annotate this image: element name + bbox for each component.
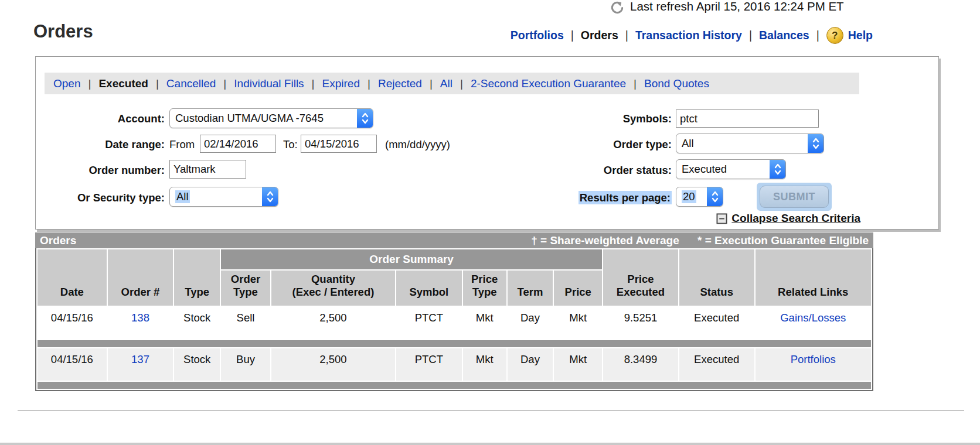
row-separator — [38, 382, 871, 389]
col-order-type: Order Type — [221, 271, 270, 306]
tab-2-second-execution-guarantee[interactable]: 2-Second Execution Guarantee — [471, 77, 626, 90]
last-refresh-text: Last refresh April 15, 2016 12:24 PM ET — [630, 0, 844, 13]
chevron-up-down-icon — [707, 187, 723, 206]
divider: | — [571, 29, 574, 42]
col-price-executed: Price Executed — [603, 249, 678, 306]
related-link[interactable]: Gains/Losses — [780, 312, 846, 324]
col-price-type: Price Type — [463, 271, 506, 306]
account-select[interactable]: Custodian UTMA/UGMA -7645 — [169, 108, 373, 128]
col-symbol: Symbol — [396, 271, 462, 306]
nav-help[interactable]: Help — [848, 29, 873, 42]
collapse-minus-icon — [716, 213, 727, 224]
divider: | — [312, 77, 315, 90]
legend-share-weighted: † = Share-weighted Average — [531, 234, 679, 247]
date-to-label: To: — [283, 138, 298, 151]
security-type-label: Or Security type: — [36, 191, 165, 204]
security-type-select[interactable]: All — [169, 187, 278, 207]
date-to-input[interactable] — [301, 135, 377, 153]
col-related-links: Related Links — [756, 249, 872, 306]
date-from-input[interactable] — [200, 135, 276, 153]
col-quantity: Quantity (Exec / Entered) — [271, 271, 395, 306]
cell-price-type: Mkt — [463, 307, 506, 339]
order-type-select[interactable]: All — [676, 134, 824, 153]
tab-all[interactable]: All — [440, 77, 452, 90]
chevron-up-down-icon — [357, 109, 373, 128]
chevron-up-down-icon — [808, 134, 824, 153]
order-status-select[interactable]: Executed — [676, 159, 786, 179]
divider: | — [430, 77, 433, 90]
cell-order-number: 138 — [108, 307, 173, 339]
col-term: Term — [508, 271, 553, 306]
cell-price: Mkt — [554, 348, 602, 381]
tab-open[interactable]: Open — [53, 77, 80, 90]
results-per-page-label: Results per page: — [505, 191, 672, 204]
footer-edge — [0, 443, 980, 445]
divider: | — [156, 77, 159, 90]
date-range-label: Date range: — [36, 138, 165, 151]
page-title: Orders — [33, 21, 93, 42]
cell-price-executed: 8.3499 — [603, 348, 678, 381]
symbols-input[interactable] — [676, 109, 819, 128]
results-header-bar: Orders † = Share-weighted Average * = Ex… — [35, 232, 873, 248]
tab-bond-quotes[interactable]: Bond Quotes — [644, 77, 709, 90]
cell-related-links: Gains/Losses — [756, 307, 872, 339]
nav-transaction-history[interactable]: Transaction History — [635, 29, 742, 42]
divider: | — [816, 29, 819, 42]
top-nav: Portfolios | Orders | Transaction Histor… — [511, 27, 873, 44]
collapse-search-criteria-link[interactable]: Collapse Search Criteria — [716, 212, 860, 225]
account-label: Account: — [36, 112, 165, 125]
order-type-label: Order type: — [505, 138, 672, 151]
results-legend: † = Share-weighted Average * = Execution… — [516, 234, 869, 247]
refresh-icon[interactable] — [610, 0, 625, 15]
related-link[interactable]: Portfolios — [791, 353, 836, 365]
cell-price-executed: 9.5251 — [603, 307, 678, 339]
divider: | — [368, 77, 370, 90]
order-number-link[interactable]: 137 — [131, 353, 149, 365]
col-type: Type — [174, 249, 220, 306]
group-header-order-summary: Order Summary — [221, 249, 602, 269]
nav-portfolios[interactable]: Portfolios — [511, 29, 564, 42]
divider: | — [223, 77, 226, 90]
col-status: Status — [679, 249, 754, 306]
tab-executed[interactable]: Executed — [98, 77, 148, 90]
orders-table: Date Order # Type Order Summary Price Ex… — [36, 248, 872, 390]
divider: | — [625, 29, 628, 42]
divider: | — [460, 77, 463, 90]
col-price: Price — [554, 271, 602, 306]
nav-balances[interactable]: Balances — [759, 29, 809, 42]
tab-rejected[interactable]: Rejected — [378, 77, 422, 90]
cell-date: 04/15/16 — [38, 307, 107, 339]
orders-page: Last refresh April 15, 2016 12:24 PM ET … — [0, 0, 980, 445]
order-number-input[interactable] — [169, 160, 246, 179]
results-per-page-select[interactable]: 20 — [676, 187, 723, 207]
cell-related-links: Portfolios — [756, 348, 872, 381]
bottom-divider — [18, 410, 964, 411]
col-order-number: Order # — [108, 249, 173, 306]
cell-symbol: PTCT — [396, 348, 462, 381]
cell-date: 04/15/16 — [38, 348, 107, 381]
cell-status: Executed — [679, 348, 754, 381]
cell-symbol: PTCT — [396, 307, 462, 339]
cell-price: Mkt — [554, 307, 602, 339]
date-format-hint: (mm/dd/yyyy) — [385, 138, 450, 151]
tab-cancelled[interactable]: Cancelled — [166, 77, 216, 90]
legend-execution-guarantee: * = Execution Guarantee Eligible — [697, 234, 869, 247]
order-number-link[interactable]: 138 — [131, 312, 149, 324]
tab-expired[interactable]: Expired — [322, 77, 360, 90]
submit-button[interactable]: SUBMIT — [760, 186, 829, 208]
nav-orders: Orders — [581, 29, 618, 42]
cell-term: Day — [508, 348, 553, 381]
tab-individual-fills[interactable]: Individual Fills — [234, 77, 304, 90]
last-refresh: Last refresh April 15, 2016 12:24 PM ET — [610, 0, 844, 15]
cell-order-number: 137 — [108, 348, 173, 381]
table-row: 04/15/16 137 Stock Buy 2,500 PTCT Mkt Da… — [38, 348, 871, 381]
cell-type: Stock — [174, 348, 220, 381]
cell-quantity: 2,500 — [271, 348, 395, 381]
cell-status: Executed — [679, 307, 754, 339]
table-row: 04/15/16 138 Stock Sell 2,500 PTCT Mkt D… — [38, 307, 871, 339]
chevron-up-down-icon — [770, 160, 785, 179]
results-bar-title: Orders — [40, 234, 76, 247]
divider: | — [749, 29, 752, 42]
symbols-label: Symbols: — [505, 112, 672, 125]
help-icon[interactable]: ? — [826, 27, 843, 44]
